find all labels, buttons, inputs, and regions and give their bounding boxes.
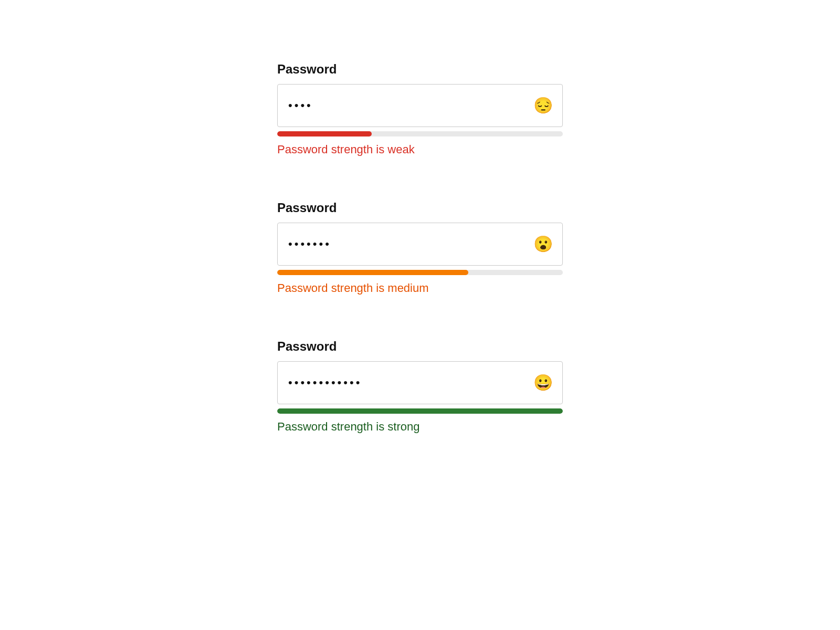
password-input-wrap: 😀: [277, 361, 563, 404]
strength-meter: [277, 131, 563, 136]
strength-meter-fill: [277, 270, 468, 275]
strength-caption: Password strength is medium: [277, 281, 563, 295]
strength-meter-fill: [277, 131, 372, 136]
password-input-wrap: 😔: [277, 84, 563, 127]
pensive-face-icon: 😔: [533, 98, 553, 113]
strength-meter: [277, 270, 563, 275]
open-mouth-face-icon: 😮: [533, 236, 553, 252]
password-field-weak: Password 😔 Password strength is weak: [277, 62, 563, 156]
password-label: Password: [277, 339, 563, 354]
strength-caption: Password strength is weak: [277, 143, 563, 156]
strength-meter: [277, 408, 563, 414]
password-input[interactable]: [288, 99, 530, 112]
grinning-face-icon: 😀: [533, 375, 553, 391]
password-label: Password: [277, 201, 563, 215]
strength-caption: Password strength is strong: [277, 420, 563, 434]
password-label: Password: [277, 62, 563, 77]
password-field-strong: Password 😀 Password strength is strong: [277, 339, 563, 434]
strength-meter-fill: [277, 408, 563, 414]
password-field-medium: Password 😮 Password strength is medium: [277, 201, 563, 295]
password-input[interactable]: [288, 237, 530, 251]
password-input[interactable]: [288, 376, 530, 390]
password-input-wrap: 😮: [277, 223, 563, 266]
